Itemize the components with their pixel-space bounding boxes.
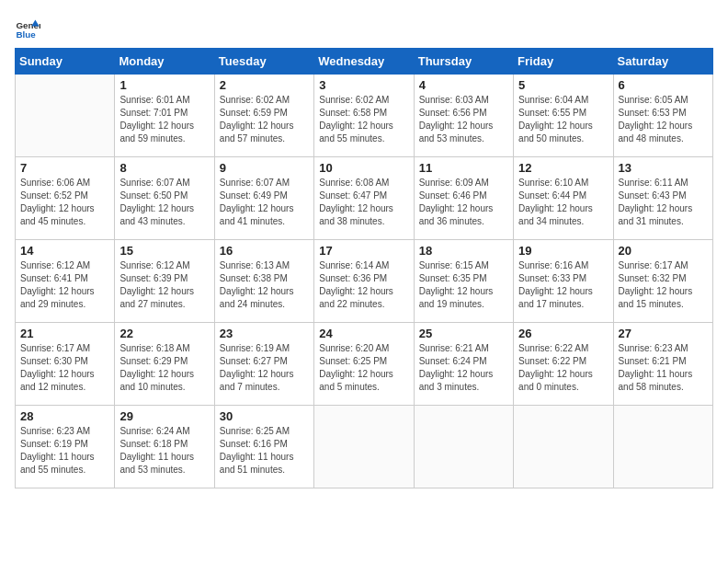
day-detail: Sunrise: 6:02 AM Sunset: 6:58 PM Dayligh…: [319, 94, 408, 145]
calendar-cell: [613, 406, 712, 488]
calendar-week-5: 28Sunrise: 6:23 AM Sunset: 6:19 PM Dayli…: [16, 406, 713, 488]
calendar-cell: 2Sunrise: 6:02 AM Sunset: 6:59 PM Daylig…: [214, 75, 313, 157]
calendar-cell: 30Sunrise: 6:25 AM Sunset: 6:16 PM Dayli…: [214, 406, 313, 488]
calendar-cell: 3Sunrise: 6:02 AM Sunset: 6:58 PM Daylig…: [314, 75, 414, 157]
calendar-cell: 16Sunrise: 6:13 AM Sunset: 6:38 PM Dayli…: [214, 240, 313, 323]
calendar-cell: 12Sunrise: 6:10 AM Sunset: 6:44 PM Dayli…: [514, 157, 613, 240]
calendar-cell: 13Sunrise: 6:11 AM Sunset: 6:43 PM Dayli…: [613, 157, 712, 240]
day-number: 25: [419, 327, 508, 340]
calendar-cell: 1Sunrise: 6:01 AM Sunset: 7:01 PM Daylig…: [115, 75, 214, 157]
calendar-cell: 29Sunrise: 6:24 AM Sunset: 6:18 PM Dayli…: [115, 406, 214, 488]
day-number: 30: [220, 409, 309, 423]
day-detail: Sunrise: 6:10 AM Sunset: 6:44 PM Dayligh…: [518, 177, 608, 228]
day-detail: Sunrise: 6:17 AM Sunset: 6:30 PM Dayligh…: [20, 342, 109, 394]
weekday-header-saturday: Saturday: [613, 49, 712, 75]
calendar-cell: 23Sunrise: 6:19 AM Sunset: 6:27 PM Dayli…: [214, 323, 313, 406]
calendar-cell: 14Sunrise: 6:12 AM Sunset: 6:41 PM Dayli…: [16, 240, 115, 323]
calendar-cell: [414, 406, 513, 488]
day-detail: Sunrise: 6:23 AM Sunset: 6:21 PM Dayligh…: [619, 342, 708, 394]
weekday-header-wednesday: Wednesday: [314, 49, 414, 75]
day-detail: Sunrise: 6:20 AM Sunset: 6:25 PM Dayligh…: [319, 342, 408, 394]
day-number: 2: [220, 78, 309, 92]
calendar-cell: 15Sunrise: 6:12 AM Sunset: 6:39 PM Dayli…: [115, 240, 214, 323]
day-number: 27: [619, 327, 708, 340]
svg-text:Blue: Blue: [16, 29, 36, 40]
day-number: 8: [119, 161, 209, 175]
calendar-cell: 24Sunrise: 6:20 AM Sunset: 6:25 PM Dayli…: [314, 323, 414, 406]
day-number: 16: [220, 244, 309, 258]
calendar-cell: 20Sunrise: 6:17 AM Sunset: 6:32 PM Dayli…: [613, 240, 712, 323]
calendar-table: SundayMondayTuesdayWednesdayThursdayFrid…: [15, 48, 713, 488]
day-detail: Sunrise: 6:03 AM Sunset: 6:56 PM Dayligh…: [419, 94, 508, 145]
day-number: 17: [319, 244, 408, 258]
day-number: 28: [20, 409, 109, 423]
calendar-cell: [514, 406, 613, 488]
day-detail: Sunrise: 6:08 AM Sunset: 6:47 PM Dayligh…: [319, 177, 408, 228]
day-detail: Sunrise: 6:22 AM Sunset: 6:22 PM Dayligh…: [518, 342, 608, 394]
day-number: 19: [518, 244, 608, 258]
calendar-cell: 18Sunrise: 6:15 AM Sunset: 6:35 PM Dayli…: [414, 240, 513, 323]
calendar-week-1: 1Sunrise: 6:01 AM Sunset: 7:01 PM Daylig…: [16, 75, 713, 157]
day-number: 22: [119, 327, 209, 340]
day-number: 7: [20, 161, 109, 175]
calendar-cell: 26Sunrise: 6:22 AM Sunset: 6:22 PM Dayli…: [514, 323, 613, 406]
day-number: 11: [419, 161, 508, 175]
calendar-cell: 25Sunrise: 6:21 AM Sunset: 6:24 PM Dayli…: [414, 323, 513, 406]
day-number: 21: [20, 327, 109, 340]
calendar-cell: 17Sunrise: 6:14 AM Sunset: 6:36 PM Dayli…: [314, 240, 414, 323]
day-number: 13: [619, 161, 708, 175]
weekday-header-friday: Friday: [514, 49, 613, 75]
weekday-header-monday: Monday: [115, 49, 214, 75]
day-detail: Sunrise: 6:07 AM Sunset: 6:49 PM Dayligh…: [220, 177, 309, 228]
calendar-cell: 8Sunrise: 6:07 AM Sunset: 6:50 PM Daylig…: [115, 157, 214, 240]
day-number: 18: [419, 244, 508, 258]
calendar-cell: 22Sunrise: 6:18 AM Sunset: 6:29 PM Dayli…: [115, 323, 214, 406]
weekday-header-tuesday: Tuesday: [214, 49, 313, 75]
day-detail: Sunrise: 6:02 AM Sunset: 6:59 PM Dayligh…: [220, 94, 309, 145]
day-detail: Sunrise: 6:05 AM Sunset: 6:53 PM Dayligh…: [619, 94, 708, 145]
day-number: 14: [20, 244, 109, 258]
calendar-cell: 21Sunrise: 6:17 AM Sunset: 6:30 PM Dayli…: [16, 323, 115, 406]
day-detail: Sunrise: 6:06 AM Sunset: 6:52 PM Dayligh…: [20, 177, 109, 228]
calendar-cell: 7Sunrise: 6:06 AM Sunset: 6:52 PM Daylig…: [16, 157, 115, 240]
calendar-week-2: 7Sunrise: 6:06 AM Sunset: 6:52 PM Daylig…: [16, 157, 713, 240]
day-number: 23: [220, 327, 309, 340]
day-number: 20: [619, 244, 708, 258]
day-detail: Sunrise: 6:14 AM Sunset: 6:36 PM Dayligh…: [319, 259, 408, 311]
day-number: 1: [119, 78, 209, 92]
calendar-cell: 27Sunrise: 6:23 AM Sunset: 6:21 PM Dayli…: [613, 323, 712, 406]
day-number: 24: [319, 327, 408, 340]
day-detail: Sunrise: 6:12 AM Sunset: 6:39 PM Dayligh…: [119, 259, 209, 311]
day-detail: Sunrise: 6:07 AM Sunset: 6:50 PM Dayligh…: [119, 177, 209, 228]
calendar-cell: 5Sunrise: 6:04 AM Sunset: 6:55 PM Daylig…: [514, 75, 613, 157]
day-detail: Sunrise: 6:21 AM Sunset: 6:24 PM Dayligh…: [419, 342, 508, 394]
weekday-header-thursday: Thursday: [414, 49, 513, 75]
day-number: 9: [220, 161, 309, 175]
calendar-week-3: 14Sunrise: 6:12 AM Sunset: 6:41 PM Dayli…: [16, 240, 713, 323]
day-detail: Sunrise: 6:09 AM Sunset: 6:46 PM Dayligh…: [419, 177, 508, 228]
day-detail: Sunrise: 6:11 AM Sunset: 6:43 PM Dayligh…: [619, 177, 708, 228]
day-detail: Sunrise: 6:04 AM Sunset: 6:55 PM Dayligh…: [518, 94, 608, 145]
calendar-cell: [314, 406, 414, 488]
calendar-cell: 6Sunrise: 6:05 AM Sunset: 6:53 PM Daylig…: [613, 75, 712, 157]
day-number: 4: [419, 78, 508, 92]
day-number: 29: [119, 409, 209, 423]
day-number: 10: [319, 161, 408, 175]
calendar-cell: 9Sunrise: 6:07 AM Sunset: 6:49 PM Daylig…: [214, 157, 313, 240]
day-number: 5: [518, 78, 608, 92]
calendar-cell: 10Sunrise: 6:08 AM Sunset: 6:47 PM Dayli…: [314, 157, 414, 240]
day-detail: Sunrise: 6:17 AM Sunset: 6:32 PM Dayligh…: [619, 259, 708, 311]
day-number: 15: [119, 244, 209, 258]
day-number: 26: [518, 327, 608, 340]
day-detail: Sunrise: 6:12 AM Sunset: 6:41 PM Dayligh…: [20, 259, 109, 311]
day-detail: Sunrise: 6:15 AM Sunset: 6:35 PM Dayligh…: [419, 259, 508, 311]
day-detail: Sunrise: 6:18 AM Sunset: 6:29 PM Dayligh…: [119, 342, 209, 394]
weekday-header-sunday: Sunday: [16, 49, 115, 75]
day-detail: Sunrise: 6:24 AM Sunset: 6:18 PM Dayligh…: [119, 425, 209, 477]
day-detail: Sunrise: 6:13 AM Sunset: 6:38 PM Dayligh…: [220, 259, 309, 311]
day-detail: Sunrise: 6:19 AM Sunset: 6:27 PM Dayligh…: [220, 342, 309, 394]
calendar-week-4: 21Sunrise: 6:17 AM Sunset: 6:30 PM Dayli…: [16, 323, 713, 406]
calendar-cell: 11Sunrise: 6:09 AM Sunset: 6:46 PM Dayli…: [414, 157, 513, 240]
logo: General Blue: [15, 15, 42, 40]
day-detail: Sunrise: 6:25 AM Sunset: 6:16 PM Dayligh…: [220, 425, 309, 477]
